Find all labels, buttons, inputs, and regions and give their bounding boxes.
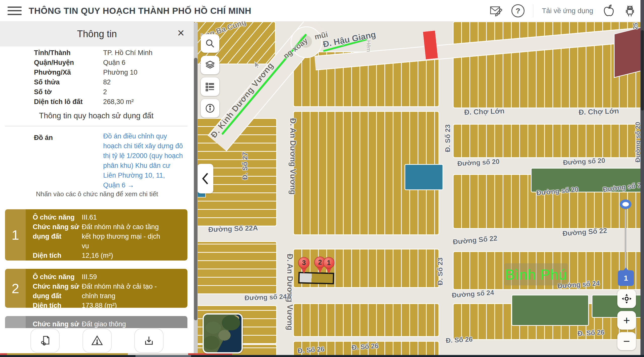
card-field-label: Diện tích xyxy=(33,301,82,308)
plot-link[interactable]: Đồ án điều chỉnh quy hoạch chi tiết xây … xyxy=(103,131,183,190)
park-block xyxy=(511,295,589,326)
street-label: Đường số 20 xyxy=(563,157,605,167)
info-icon xyxy=(205,103,215,114)
street-label: Đ. Chợ Lớn xyxy=(578,107,619,117)
android-icon xyxy=(624,4,636,17)
ios-app-button[interactable] xyxy=(602,4,615,17)
info-panel: Thông tin × Tỉnh/Thành TP. Hồ Chí Minh Q… xyxy=(0,21,194,353)
street-label: Đ. An Dương Vương xyxy=(285,254,294,330)
slider-handle[interactable] xyxy=(620,199,631,209)
move-crosshair-icon xyxy=(621,293,632,304)
street-label: Hẻm xyxy=(365,40,372,52)
hamburger-menu-icon[interactable] xyxy=(8,7,22,15)
minimap-satellite-toggle[interactable] xyxy=(203,313,243,353)
zoom-level-badge[interactable]: 1 xyxy=(618,270,634,286)
function-card-number: 2 xyxy=(5,269,26,308)
street-label: Đ. An Dương Vương xyxy=(288,118,297,195)
function-card-body: Ô chức năngIII.59 Chức năng sử dụng đấtĐ… xyxy=(26,269,187,308)
map-marker-3[interactable]: 3 xyxy=(298,257,310,275)
map-parcel-block xyxy=(453,124,640,158)
download-icon xyxy=(143,335,155,346)
info-row: Phường/Xã Phường 10 xyxy=(34,68,190,77)
card-field-label: Diện tích xyxy=(33,251,82,260)
report-issue-button[interactable] xyxy=(83,329,112,353)
info-row: Diện tích lô đất 268,30 m² xyxy=(34,97,190,107)
info-label: Số thửa xyxy=(34,77,103,87)
street-label: Đường số 24 xyxy=(452,289,494,299)
ward-label-highlight: Bình Phú xyxy=(504,263,568,285)
map-info-button[interactable] xyxy=(201,99,219,118)
card-field-label: Chức năng sử dụng đất xyxy=(33,282,82,301)
street-label: Đ. Số 27 xyxy=(241,152,249,180)
card-field-value: 12,16 (m²) xyxy=(82,251,169,260)
minus-icon: − xyxy=(623,334,630,348)
function-card-number: 1 xyxy=(5,209,26,261)
zoom-in-button[interactable]: + xyxy=(617,311,636,330)
info-value: 82 xyxy=(103,77,111,87)
map-parcel-block xyxy=(191,241,277,294)
zoom-level-value: 1 xyxy=(624,274,628,282)
plus-icon: + xyxy=(623,314,630,327)
close-icon[interactable]: × xyxy=(177,27,184,39)
street-label: Đường số 24A xyxy=(245,293,292,302)
panel-collapse-button[interactable] xyxy=(197,164,213,193)
layers-icon xyxy=(205,60,215,70)
street-label: Đường số 20 xyxy=(457,158,500,168)
horizontal-scrollbar-thumb[interactable] xyxy=(135,355,191,357)
function-card-1[interactable]: 1 Ô chức năngIII.61 Chức năng sử dụng đấ… xyxy=(5,209,187,261)
info-row: Quận/Huyện Quận 6 xyxy=(34,58,190,68)
copy-link-button[interactable] xyxy=(30,329,60,353)
plot-label: Đồ án xyxy=(34,134,53,142)
info-label: Tỉnh/Thành xyxy=(34,48,103,58)
app-window: ờng Ba Cung Đ. Kinh Dương Vương ng xoay … xyxy=(0,0,644,357)
street-label: Đ. Số 26 xyxy=(577,328,605,338)
contact-button[interactable] xyxy=(490,4,503,17)
map-legend-button[interactable] xyxy=(201,77,219,96)
map-search-button[interactable] xyxy=(201,34,219,53)
panel-scrollbar-thumb[interactable] xyxy=(194,58,197,320)
info-row: Số tờ 2 xyxy=(34,87,190,97)
download-button[interactable] xyxy=(134,329,164,353)
map-parcel-sliver xyxy=(7,353,128,355)
zoom-out-button[interactable]: − xyxy=(617,332,636,350)
street-label: Đ. Chợ Lớn xyxy=(464,107,504,117)
warning-triangle-icon xyxy=(91,335,103,347)
slider-track[interactable] xyxy=(625,210,626,270)
info-value: 2 xyxy=(103,87,107,97)
apple-icon xyxy=(602,4,614,17)
card-field-value: Đất nhóm nhà ở cao tầng kết hợp thương m… xyxy=(82,222,169,251)
street-label: Đ. Số 26 xyxy=(446,335,473,345)
card-field-label: Ô chức năng xyxy=(33,213,82,222)
card-field-label: Chức năng sử dụng đất xyxy=(33,222,82,251)
map-parcel-block xyxy=(293,303,439,337)
app-header: THÔNG TIN QUY HOẠCH THÀNH PHỐ HỒ CHÍ MIN… xyxy=(0,0,644,22)
water-block xyxy=(405,164,443,190)
function-card-2[interactable]: 2 Ô chức năngIII.59 Chức năng sử dụng đấ… xyxy=(5,269,187,308)
info-row: Tỉnh/Thành TP. Hồ Chí Minh xyxy=(34,48,190,58)
arrow-right-icon: → xyxy=(127,181,134,189)
download-app-label: Tải về ứng dụng xyxy=(542,7,593,15)
info-label: Diện tích lô đất xyxy=(34,97,103,107)
help-button[interactable]: ? xyxy=(511,4,525,17)
map-marker-1[interactable]: 1 xyxy=(323,257,335,275)
street-label: Đường số 20 xyxy=(634,122,640,163)
section-title: Thông tin quy hoạch sử dụng đất xyxy=(5,111,187,126)
map-parcel-sliver xyxy=(0,353,7,355)
street-label: Đ. Số 23 xyxy=(444,124,452,152)
vertical-scrollbar[interactable] xyxy=(640,0,644,357)
card-field-label: Ô chức năng xyxy=(33,272,82,282)
info-label: Phường/Xã xyxy=(34,68,103,77)
map-parcel-sliver xyxy=(188,353,232,355)
function-card-body: Ô chức năngIII.61 Chức năng sử dụng đấtĐ… xyxy=(26,209,187,261)
android-app-button[interactable] xyxy=(623,4,636,17)
locate-button[interactable] xyxy=(617,289,636,308)
panel-title: Thông tin xyxy=(77,29,117,39)
card-field-value: III.59 xyxy=(82,272,169,282)
card-field-value: Đất nhóm nhà ở cải tạo - chỉnh trang xyxy=(82,282,169,301)
vertical-scrollbar-thumb[interactable] xyxy=(641,30,644,111)
horizontal-scrollbar[interactable] xyxy=(0,355,644,357)
map-layers-button[interactable] xyxy=(201,56,219,74)
info-value: TP. Hồ Chí Minh xyxy=(103,48,152,58)
chevron-left-icon xyxy=(201,172,210,185)
info-label: Quận/Huyện xyxy=(34,58,103,68)
